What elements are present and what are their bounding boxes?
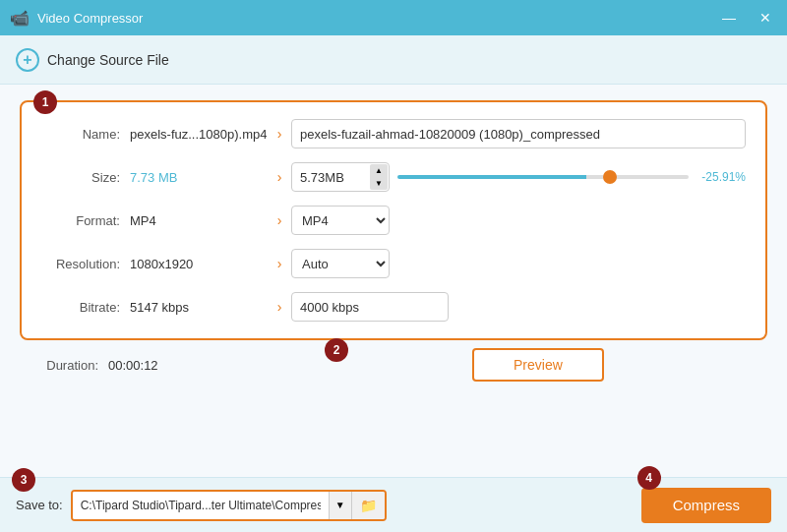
title-bar: 📹 Video Compressor — ✕ [0,0,787,35]
resolution-row: Resolution: 1080x1920 › Auto 1920x1080 1… [41,248,746,279]
duration-value: 00:00:12 [108,358,246,373]
save-to-label: Save to: [16,498,63,512]
slider-wrap: -25.91% [397,170,746,184]
size-input-wrap: ▲ ▼ [291,162,390,192]
name-original: pexels-fuz...1080p).mp4 [130,127,268,142]
change-source-button[interactable]: + Change Source File [16,48,169,72]
save-path-wrap: ▼ 📁 [71,490,387,521]
format-original: MP4 [130,213,268,228]
size-down-button[interactable]: ▼ [370,177,388,190]
duration-label: Duration: [20,358,108,373]
preview-button[interactable]: Preview [472,348,604,382]
window-controls: — ✕ [716,8,777,28]
step2-badge: 2 [325,338,348,362]
name-input[interactable] [291,119,746,148]
preview-row: Duration: 00:00:12 2 Preview [20,348,767,382]
size-arrow: › [268,169,291,185]
step1-panel: 1 Name: pexels-fuz...1080p).mp4 › Size: … [20,100,767,340]
resolution-arrow: › [268,256,291,271]
resolution-control: Auto 1920x1080 1280x720 854x480 [291,249,746,278]
name-label: Name: [41,127,130,142]
size-label: Size: [41,170,130,185]
step3-badge: 3 [12,468,35,492]
format-control: MP4 AVI MOV MKV WMV [291,206,746,235]
size-original: 7.73 MB [130,170,268,185]
name-row: Name: pexels-fuz...1080p).mp4 › [41,118,746,149]
bitrate-input[interactable] [291,292,449,322]
app-icon: 📹 [10,9,30,28]
app-title: Video Compressor [37,11,143,26]
bitrate-label: Bitrate: [41,300,130,315]
size-up-button[interactable]: ▲ [370,164,388,177]
format-select[interactable]: MP4 AVI MOV MKV WMV [291,206,390,235]
save-to-area: 3 Save to: ▼ 📁 [16,490,387,521]
size-percent: -25.91% [696,170,746,184]
close-button[interactable]: ✕ [754,8,777,28]
minimize-button[interactable]: — [716,8,742,28]
resolution-label: Resolution: [41,257,130,271]
step4-badge: 4 [637,466,661,490]
name-control [291,119,746,148]
resolution-original: 1080x1920 [130,257,268,271]
bitrate-arrow: › [268,299,291,315]
compress-wrap: 4 Compress [641,488,771,523]
size-slider[interactable] [397,175,689,179]
format-arrow: › [268,212,291,228]
format-label: Format: [41,213,130,228]
add-icon: + [16,48,39,72]
name-arrow: › [268,126,291,142]
compress-button[interactable]: Compress [641,488,771,523]
title-bar-left: 📹 Video Compressor [10,9,143,28]
main-content: 1 Name: pexels-fuz...1080p).mp4 › Size: … [0,85,787,477]
size-spinners: ▲ ▼ [370,164,388,190]
bitrate-control [291,292,746,322]
save-path-folder-button[interactable]: 📁 [351,492,385,519]
bitrate-original: 5147 kbps [130,300,268,315]
toolbar: + Change Source File [0,35,787,85]
save-path-dropdown-button[interactable]: ▼ [329,492,351,519]
save-path-input[interactable] [73,492,329,519]
size-control: ▲ ▼ -25.91% [291,162,746,192]
bottom-bar: 3 Save to: ▼ 📁 4 Compress [0,477,787,532]
change-source-label: Change Source File [47,52,169,68]
step1-badge: 1 [33,90,57,114]
resolution-select[interactable]: Auto 1920x1080 1280x720 854x480 [291,249,390,278]
bitrate-row: Bitrate: 5147 kbps › [41,291,746,323]
format-row: Format: MP4 › MP4 AVI MOV MKV WMV [41,205,746,236]
size-row: Size: 7.73 MB › ▲ ▼ -25.91% [41,161,746,193]
